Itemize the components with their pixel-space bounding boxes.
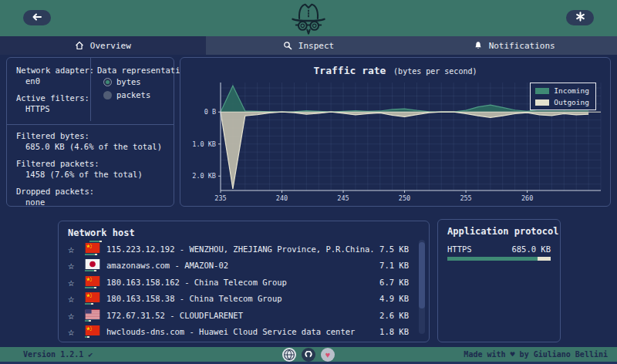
legend-swatch <box>535 99 549 106</box>
radio-label: packets <box>116 90 150 99</box>
host-traffic-mini-bar <box>85 254 106 255</box>
favorite-star-icon[interactable]: ☆ <box>68 244 85 254</box>
active-filters-value: HTTPS <box>25 104 90 113</box>
version-text: Version 1.2.1 ✔ <box>23 350 93 359</box>
back-button[interactable] <box>23 10 51 25</box>
data-representation-label: Data representation: <box>97 66 174 75</box>
svg-text:240: 240 <box>276 194 288 202</box>
radio-option-packets[interactable]: packets <box>103 90 174 99</box>
radio-unselected-icon <box>103 91 112 99</box>
network-host-title: Network host <box>59 221 429 238</box>
host-text: 180.163.158.38 - China Telecom Group <box>106 294 373 303</box>
app-header <box>0 0 617 36</box>
favorite-star-icon[interactable]: ☆ <box>68 293 85 304</box>
host-size: 6.7 KB <box>379 278 409 287</box>
divider <box>7 124 174 125</box>
legend-label: Incoming <box>554 86 589 95</box>
tab-label: Notifications <box>489 41 555 51</box>
host-row[interactable]: ☆180.163.158.38 - China Telecom Group4.9… <box>59 291 429 308</box>
active-filters-label: Active filters: <box>16 93 90 103</box>
host-size: 4.9 KB <box>379 294 409 303</box>
tab-bar: OverviewInspectNotifications <box>0 36 617 55</box>
favorite-star-icon[interactable]: ☆ <box>68 277 85 288</box>
legend-swatch <box>535 88 549 94</box>
tab-label: Overview <box>90 41 131 51</box>
cn-flag-icon <box>85 276 106 288</box>
host-text: 172.67.31.52 - CLOUDFLARENET <box>106 311 373 320</box>
filtered-packets-label: Filtered packets: <box>16 159 174 168</box>
application-protocol-panel: Application protocol HTTPS685.0 KB <box>437 219 561 342</box>
host-text: 115.223.12.192 - WENZHOU, ZHEJIANG Provi… <box>106 244 373 254</box>
dropped-packets-value: none <box>25 197 174 207</box>
host-row[interactable]: ☆115.223.12.192 - WENZHOU, ZHEJIANG Prov… <box>59 241 429 258</box>
check-icon: ✔ <box>88 350 93 359</box>
tab-notifications[interactable]: Notifications <box>411 36 617 55</box>
host-row[interactable]: ☆amazonaws.com - AMAZON-027.1 KB <box>59 258 429 275</box>
host-size: 7.5 KB <box>379 244 409 254</box>
traffic-chart-panel: Traffic rate (bytes per second) 23524024… <box>180 57 611 207</box>
house-icon <box>75 41 84 50</box>
host-size: 2.6 KB <box>379 311 409 320</box>
dropped-packets-label: Dropped packets: <box>16 187 174 196</box>
scrollbar-track[interactable] <box>419 240 425 334</box>
host-traffic-mini-bar <box>85 270 106 271</box>
app-footer: Version 1.2.1 ✔ ♥ Made with ♥ by Giulian… <box>0 347 617 364</box>
credit-text: Made with ♥ by Giuliano Bellini <box>464 350 608 359</box>
host-traffic-mini-bar <box>85 320 106 322</box>
radio-label: bytes <box>116 77 141 86</box>
legend-incoming: Incoming <box>535 86 589 95</box>
filtered-bytes-label: Filtered bytes: <box>16 131 174 140</box>
network-host-list: ☆115.223.12.192 - WENZHOU, ZHEJIANG Prov… <box>59 241 429 340</box>
tab-inspect[interactable]: Inspect <box>206 36 412 55</box>
arrow-left-icon <box>32 12 42 25</box>
jp-flag-icon <box>85 259 106 271</box>
chart-legend: IncomingOutgoing <box>530 83 596 110</box>
globe-icon[interactable] <box>282 348 296 362</box>
protocol-row[interactable]: HTTPS685.0 KB <box>438 237 560 261</box>
chart-title: Traffic rate <box>314 65 386 76</box>
svg-text:2.0 KB: 2.0 KB <box>192 172 216 180</box>
legend-outgoing: Outgoing <box>535 98 589 106</box>
cn-flag-icon <box>85 325 106 338</box>
radio-option-bytes[interactable]: bytes <box>103 77 174 86</box>
host-traffic-mini-bar <box>85 303 106 305</box>
heart-icon[interactable]: ♥ <box>321 348 335 362</box>
host-row[interactable]: ☆180.163.158.162 - China Telecom Group6.… <box>59 274 429 291</box>
host-size: 7.1 KB <box>379 261 409 270</box>
svg-text:1.0 KB: 1.0 KB <box>192 140 216 148</box>
cn-flag-icon <box>85 243 106 255</box>
host-row[interactable]: ☆172.67.31.52 - CLOUDFLARENET2.6 KB <box>59 307 429 324</box>
chart-subtitle: (bytes per second) <box>393 67 477 76</box>
tab-overview[interactable]: Overview <box>0 36 206 55</box>
application-protocol-list: HTTPS685.0 KB <box>438 237 560 261</box>
heart-glyph: ♥ <box>325 351 331 359</box>
magnifier-icon <box>283 41 292 50</box>
host-text: 180.163.158.162 - China Telecom Group <box>106 278 373 287</box>
cn-flag-icon <box>85 292 106 305</box>
host-row[interactable]: ☆hwclouds-dns.com - Huawei Cloud Service… <box>59 324 429 341</box>
host-size: 1.8 KB <box>379 327 409 336</box>
svg-text:0 B: 0 B <box>204 108 216 116</box>
host-text: amazonaws.com - AMAZON-02 <box>106 261 373 270</box>
protocol-bar <box>447 257 551 261</box>
overview-panel: Network adapter: en0 Active filters: HTT… <box>6 57 174 207</box>
host-text: hwclouds-dns.com - Huawei Cloud Service … <box>106 327 373 336</box>
legend-label: Outgoing <box>554 98 589 106</box>
filtered-bytes-value: 685.0 KB (4.6% of the total) <box>25 142 174 151</box>
svg-text:250: 250 <box>399 194 410 202</box>
settings-button[interactable] <box>566 10 594 25</box>
filtered-packets-value: 1458 (7.6% of the total) <box>25 170 174 179</box>
favorite-star-icon[interactable]: ☆ <box>68 326 85 337</box>
bell-icon <box>474 41 483 50</box>
network-adapter-value: en0 <box>25 76 90 86</box>
scrollbar-thumb[interactable] <box>419 242 425 308</box>
protocol-size: 685.0 KB <box>511 244 551 254</box>
favorite-star-icon[interactable]: ☆ <box>68 260 85 271</box>
host-traffic-mini-bar <box>85 336 106 338</box>
github-icon[interactable] <box>302 348 315 362</box>
network-host-panel: Network host ☆115.223.12.192 - WENZHOU, … <box>58 221 430 342</box>
protocol-name: HTTPS <box>447 244 472 254</box>
tab-label: Inspect <box>298 41 334 51</box>
radio-selected-icon <box>103 78 112 86</box>
favorite-star-icon[interactable]: ☆ <box>68 310 85 321</box>
